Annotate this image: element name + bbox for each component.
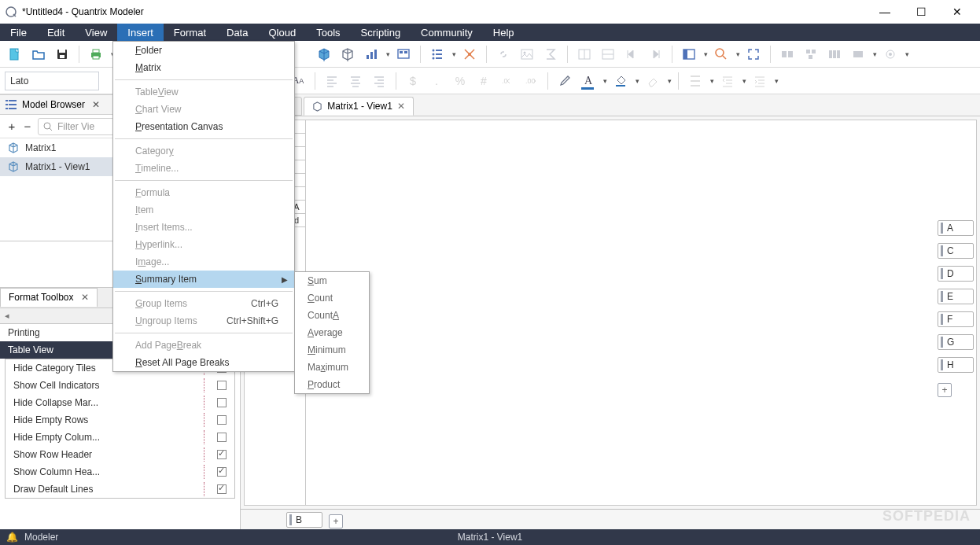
svg-rect-38 <box>853 51 863 57</box>
percent-icon: % <box>450 71 470 91</box>
format-option-row[interactable]: Show Column Hea... <box>6 463 234 481</box>
gear-dropdown-icon: ▾ <box>905 50 909 58</box>
window-layout-icon[interactable] <box>679 44 699 64</box>
canvas-icon[interactable] <box>393 44 414 64</box>
svg-rect-35 <box>829 50 832 58</box>
chart-icon[interactable] <box>361 44 381 64</box>
status-center: Matrix1 - View1 <box>458 532 522 543</box>
title-bar: *Untitled4 - Quantrix Modeler — ☐ ✕ <box>0 0 980 24</box>
dropper-icon[interactable] <box>554 71 575 91</box>
document-tab[interactable]: Matrix1 - View1✕ <box>304 97 413 116</box>
menu-item: Timeline... <box>113 160 294 177</box>
layout-dropdown-icon[interactable]: ▾ <box>704 50 708 58</box>
submenu-item[interactable]: Maximum <box>295 359 369 376</box>
checkbox[interactable] <box>217 433 227 442</box>
cube-outline-icon[interactable] <box>337 44 358 64</box>
format-option-row[interactable]: Hide Empty Rows <box>6 411 234 429</box>
boxes-3-icon <box>824 44 845 64</box>
add-axis-button[interactable]: + <box>329 514 343 528</box>
format-options-list: Hide Category TilesShow Cell IndicatorsH… <box>5 359 235 499</box>
menu-item[interactable]: Presentation Canvas <box>113 118 294 135</box>
axis-chip[interactable]: C <box>938 243 974 259</box>
zoom-icon[interactable] <box>711 44 731 64</box>
close-button[interactable]: ✕ <box>939 0 975 24</box>
font-family-select[interactable]: Lato <box>5 72 99 90</box>
tools-icon[interactable] <box>459 44 480 64</box>
menu-data[interactable]: Data <box>216 24 258 41</box>
submenu-item[interactable]: Count <box>295 289 369 307</box>
axis-chip[interactable]: G <box>938 334 974 350</box>
format-option-row[interactable]: Hide Empty Colum... <box>6 429 234 446</box>
menu-format[interactable]: Format <box>164 24 216 41</box>
add-button[interactable]: + <box>6 120 17 133</box>
format-option-row[interactable]: Draw Default Lines <box>6 481 234 498</box>
menu-item[interactable]: Folder <box>113 42 294 59</box>
menu-view[interactable]: View <box>75 24 117 41</box>
submenu-item[interactable]: Minimum <box>295 341 369 359</box>
menu-community[interactable]: Community <box>411 24 483 41</box>
axis-chip-b[interactable]: B <box>286 512 322 528</box>
submenu-item[interactable]: Average <box>295 324 369 341</box>
fill-color-dropdown-icon[interactable]: ▾ <box>636 77 639 85</box>
list-dropdown-icon[interactable]: ▾ <box>452 50 456 58</box>
new-file-icon[interactable] <box>5 44 25 64</box>
list-icon <box>5 98 17 111</box>
menu-qloud[interactable]: Qloud <box>258 24 306 41</box>
format-option-row[interactable]: Show Cell Indicators <box>6 377 234 394</box>
checkbox[interactable] <box>217 450 227 459</box>
menu-edit[interactable]: Edit <box>37 24 75 41</box>
svg-rect-34 <box>809 55 812 59</box>
menu-file[interactable]: File <box>0 24 37 41</box>
menu-insert[interactable]: Insert <box>117 24 164 41</box>
checkbox[interactable] <box>217 484 227 494</box>
submenu-item[interactable]: Sum <box>295 272 369 289</box>
format-option-row[interactable]: Hide Collapse Mar... <box>6 394 234 411</box>
submenu-item[interactable]: Product <box>295 376 369 393</box>
cube-shaded-icon[interactable] <box>314 44 334 64</box>
model-browser-close-icon[interactable]: ✕ <box>90 99 102 110</box>
menu-item[interactable]: Summary Item▶ <box>113 271 294 288</box>
axis-chip[interactable]: A <box>938 220 974 236</box>
checkbox[interactable] <box>217 467 227 477</box>
right-axis-bar: ACDEFGH+ <box>938 220 974 397</box>
fullscreen-icon[interactable] <box>743 44 764 64</box>
zoom-dropdown-icon[interactable]: ▾ <box>736 50 740 58</box>
format-option-row[interactable]: Show Row Header <box>6 446 234 463</box>
menu-tools[interactable]: Tools <box>306 24 350 41</box>
chart-dropdown-icon[interactable]: ▾ <box>386 50 390 58</box>
submenu-item[interactable]: CountA <box>295 307 369 324</box>
remove-button[interactable]: − <box>22 120 33 133</box>
eraser-dropdown-icon: ▾ <box>668 77 672 85</box>
minimize-button[interactable]: — <box>867 0 903 24</box>
menu-scripting[interactable]: Scripting <box>351 24 411 41</box>
checkbox[interactable] <box>217 398 227 407</box>
menu-help[interactable]: Help <box>483 24 525 41</box>
menu-item[interactable]: Matrix <box>113 59 294 76</box>
status-left: Modeler <box>24 532 58 543</box>
format-toolbox-close-icon[interactable]: ✕ <box>81 292 89 303</box>
axis-chip[interactable]: D <box>938 266 974 282</box>
valign-icon <box>685 71 706 91</box>
checkbox[interactable] <box>217 381 227 390</box>
list-icon[interactable] <box>427 44 448 64</box>
add-axis-button[interactable]: + <box>938 383 952 397</box>
open-file-icon[interactable] <box>28 44 49 64</box>
checkbox[interactable] <box>217 415 227 425</box>
print-icon[interactable] <box>86 44 106 64</box>
bell-icon[interactable]: 🔔 <box>6 532 18 543</box>
tab-close-icon[interactable]: ✕ <box>397 101 405 112</box>
menu-item: Formula <box>113 184 294 201</box>
align-left-icon <box>322 71 342 91</box>
maximize-button[interactable]: ☐ <box>903 0 939 24</box>
menu-item[interactable]: Reset All Page Breaks <box>113 354 294 371</box>
save-icon[interactable] <box>52 44 72 64</box>
axis-chip[interactable]: E <box>938 289 974 304</box>
format-toolbox-tab[interactable]: Format Toolbox ✕ <box>0 288 98 307</box>
fill-color-icon[interactable] <box>610 71 631 91</box>
axis-chip[interactable]: F <box>938 311 974 327</box>
svg-point-22 <box>524 51 526 53</box>
axis-chip[interactable]: H <box>938 357 974 373</box>
font-color-icon[interactable]: A <box>578 71 599 91</box>
font-color-dropdown-icon[interactable]: ▾ <box>603 77 607 85</box>
menu-item: Ungroup ItemsCtrl+Shift+G <box>113 312 294 330</box>
